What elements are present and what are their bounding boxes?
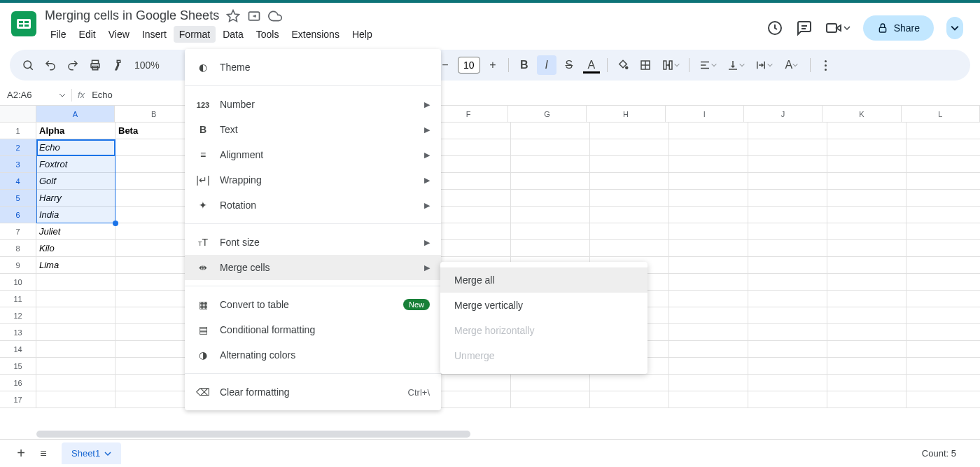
row-header-4[interactable]: 4 (0, 173, 36, 190)
cell-k14[interactable] (827, 341, 906, 358)
cell-j17[interactable] (748, 391, 827, 408)
cell-i13[interactable] (669, 324, 748, 341)
format-conditional[interactable]: ▤Conditional formatting (185, 317, 441, 342)
menu-edit[interactable]: Edit (74, 26, 102, 43)
cell-i16[interactable] (669, 375, 748, 391)
cell-l14[interactable] (906, 341, 980, 358)
cell-f7[interactable] (432, 223, 511, 240)
format-clear[interactable]: ⌫Clear formattingCtrl+\ (185, 379, 441, 405)
cell-l12[interactable] (906, 307, 980, 324)
cell-h4[interactable] (590, 173, 669, 190)
cell-j10[interactable] (748, 274, 827, 291)
format-font-size[interactable]: TTFont size▶ (185, 230, 441, 255)
cell-l2[interactable] (906, 139, 980, 156)
cell-i2[interactable] (669, 139, 748, 156)
cell-i9[interactable] (669, 257, 748, 274)
cell-a9[interactable]: Lima (36, 257, 115, 274)
cell-k7[interactable] (827, 223, 906, 240)
row-header-7[interactable]: 7 (0, 223, 36, 240)
zoom-level[interactable]: 100% (130, 60, 164, 71)
text-rotation-icon[interactable]: A (779, 55, 804, 75)
cell-k11[interactable] (827, 291, 906, 307)
cell-g1[interactable] (511, 123, 590, 139)
col-header-l[interactable]: L (902, 106, 980, 123)
cell-k8[interactable] (827, 240, 906, 257)
cell-j1[interactable] (748, 123, 827, 139)
format-alignment[interactable]: ≡Alignment▶ (185, 142, 441, 167)
cell-i7[interactable] (669, 223, 748, 240)
col-header-i[interactable]: I (666, 106, 744, 123)
col-header-k[interactable]: K (822, 106, 901, 123)
cell-g6[interactable] (511, 207, 590, 223)
cell-h7[interactable] (590, 223, 669, 240)
menu-tools[interactable]: Tools (251, 26, 285, 43)
font-size-input[interactable] (458, 57, 480, 74)
cell-f4[interactable] (432, 173, 511, 190)
col-header-f[interactable]: F (430, 106, 508, 123)
cell-k15[interactable] (827, 358, 906, 375)
cell-b12[interactable] (115, 307, 195, 324)
cell-j7[interactable] (748, 223, 827, 240)
redo-icon[interactable] (63, 55, 83, 75)
text-wrap-icon[interactable] (751, 55, 776, 75)
vertical-align-icon[interactable] (723, 55, 748, 75)
cell-j6[interactable] (748, 207, 827, 223)
format-alternating[interactable]: ◑Alternating colors (185, 342, 441, 368)
cell-a6[interactable]: India (36, 207, 115, 223)
cell-i14[interactable] (669, 341, 748, 358)
format-number[interactable]: 123Number▶ (185, 92, 441, 117)
cell-a17[interactable] (36, 391, 115, 408)
col-header-b[interactable]: B (115, 106, 193, 123)
cell-l15[interactable] (906, 358, 980, 375)
menu-data[interactable]: Data (217, 26, 249, 43)
cell-a14[interactable] (36, 341, 115, 358)
cell-i5[interactable] (669, 190, 748, 207)
add-sheet-icon[interactable]: + (10, 442, 32, 465)
cell-a1[interactable]: Alpha (36, 123, 115, 139)
merge-all[interactable]: Merge all (440, 267, 648, 293)
cell-g5[interactable] (511, 190, 590, 207)
cell-k4[interactable] (827, 173, 906, 190)
cell-i3[interactable] (669, 156, 748, 173)
cell-i6[interactable] (669, 207, 748, 223)
cell-j2[interactable] (748, 139, 827, 156)
cell-b3[interactable] (115, 156, 195, 173)
cell-a16[interactable] (36, 375, 115, 391)
print-icon[interactable] (85, 55, 105, 75)
cell-b4[interactable] (115, 173, 195, 190)
text-color-icon[interactable]: A (582, 55, 601, 75)
cell-i11[interactable] (669, 291, 748, 307)
cell-l16[interactable] (906, 375, 980, 391)
cell-g3[interactable] (511, 156, 590, 173)
bold-icon[interactable]: B (514, 55, 534, 75)
format-text[interactable]: BText▶ (185, 117, 441, 142)
cell-k13[interactable] (827, 324, 906, 341)
format-merge-cells[interactable]: ⇹Merge cells▶ (185, 255, 441, 280)
cell-l1[interactable] (906, 123, 980, 139)
cell-b14[interactable] (115, 341, 195, 358)
comment-icon[interactable] (796, 20, 813, 36)
row-header-15[interactable]: 15 (0, 358, 36, 375)
row-header-10[interactable]: 10 (0, 274, 36, 291)
cell-i17[interactable] (669, 391, 748, 408)
cell-f1[interactable] (432, 123, 511, 139)
cell-h1[interactable] (590, 123, 669, 139)
italic-icon[interactable]: I (537, 55, 556, 75)
borders-icon[interactable] (636, 55, 655, 75)
col-header-h[interactable]: H (587, 106, 665, 123)
share-button[interactable]: Share (863, 15, 934, 41)
cell-j15[interactable] (748, 358, 827, 375)
star-icon[interactable] (226, 9, 240, 23)
cell-a4[interactable]: Golf (36, 173, 115, 190)
font-size-increase[interactable]: + (483, 55, 503, 75)
row-header-13[interactable]: 13 (0, 324, 36, 341)
cell-j4[interactable] (748, 173, 827, 190)
cell-a2[interactable]: Echo (36, 139, 115, 156)
paint-format-icon[interactable] (108, 55, 127, 75)
row-header-11[interactable]: 11 (0, 291, 36, 307)
cell-j8[interactable] (748, 240, 827, 257)
cell-f6[interactable] (432, 207, 511, 223)
cell-l6[interactable] (906, 207, 980, 223)
cell-l7[interactable] (906, 223, 980, 240)
format-rotation[interactable]: ✦Rotation▶ (185, 193, 441, 218)
